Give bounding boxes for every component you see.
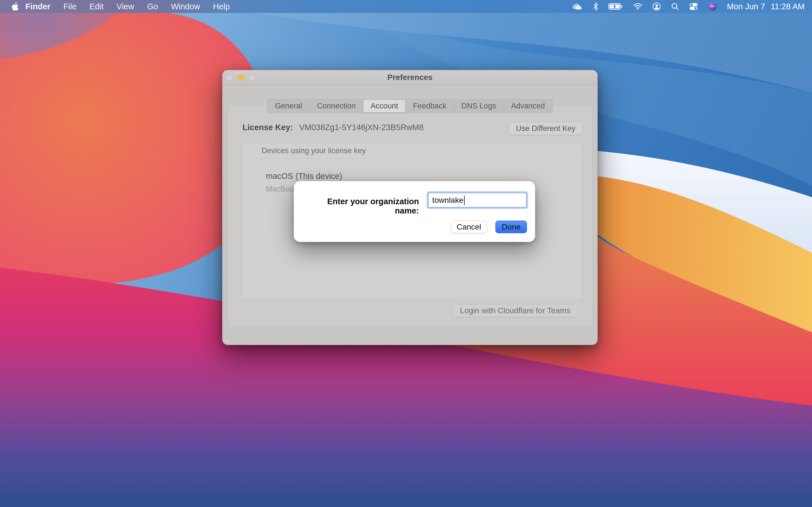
siri-icon[interactable] [708,2,717,11]
window-titlebar[interactable]: Preferences [222,70,598,85]
cloudflare-icon[interactable] [571,2,583,11]
bluetooth-icon[interactable] [593,2,598,11]
menu-edit[interactable]: Edit [83,0,110,13]
wifi-icon[interactable] [633,3,642,10]
tab-account[interactable]: Account [363,100,405,112]
menu-bar-status: Mon Jun 7 11:28 AM [571,2,812,11]
tab-connection[interactable]: Connection [310,100,363,112]
desktop: Finder File Edit View Go Window Help [0,0,812,507]
menu-view[interactable]: View [110,0,140,13]
login-with-teams-button[interactable]: Login with Cloudflare for Teams [452,304,578,317]
preferences-tab-bar: General Connection Account Feedback DNS … [267,99,553,113]
cancel-button[interactable]: Cancel [451,221,487,233]
menu-bar-left: Finder File Edit View Go Window Help [0,0,236,13]
devices-header: Devices using your license key [243,144,581,159]
menu-finder[interactable]: Finder [19,0,57,13]
apple-menu[interactable] [11,2,19,11]
license-key-label: License Key: [243,123,293,132]
clock-time: 11:28 AM [771,2,805,11]
text-caret [464,195,465,205]
spotlight-search-icon[interactable] [671,3,679,10]
menu-bar: Finder File Edit View Go Window Help [0,0,812,13]
window-title: Preferences [222,70,598,85]
menu-file[interactable]: File [57,0,83,13]
tab-general[interactable]: General [268,100,310,112]
menu-help[interactable]: Help [207,0,237,13]
tab-feedback[interactable]: Feedback [406,100,454,112]
menu-go[interactable]: Go [141,0,165,13]
user-account-icon[interactable] [652,2,661,11]
license-key-value: VM038Zg1-5Y146jXN-23B5RwM8 [299,123,424,132]
clock-date: Mon Jun 7 [727,2,765,11]
menu-bar-clock[interactable]: Mon Jun 7 11:28 AM [727,2,805,11]
organization-name-dialog: Enter your organization name: townlake C… [294,181,535,242]
control-center-icon[interactable] [689,3,698,10]
use-different-key-button[interactable]: Use Different Key [509,122,582,135]
battery-charging-icon[interactable] [608,3,623,10]
menu-window[interactable]: Window [164,0,206,13]
organization-name-input[interactable]: townlake [428,193,527,208]
tab-advanced[interactable]: Advanced [504,100,552,112]
organization-name-value: townlake [432,196,463,205]
license-key-row: License Key: VM038Zg1-5Y146jXN-23B5RwM8 [243,123,424,132]
tab-dns-logs[interactable]: DNS Logs [454,100,503,112]
done-button[interactable]: Done [495,221,527,233]
organization-name-label: Enter your organization name: [302,197,419,216]
device-name: macOS (This device) [266,172,581,181]
